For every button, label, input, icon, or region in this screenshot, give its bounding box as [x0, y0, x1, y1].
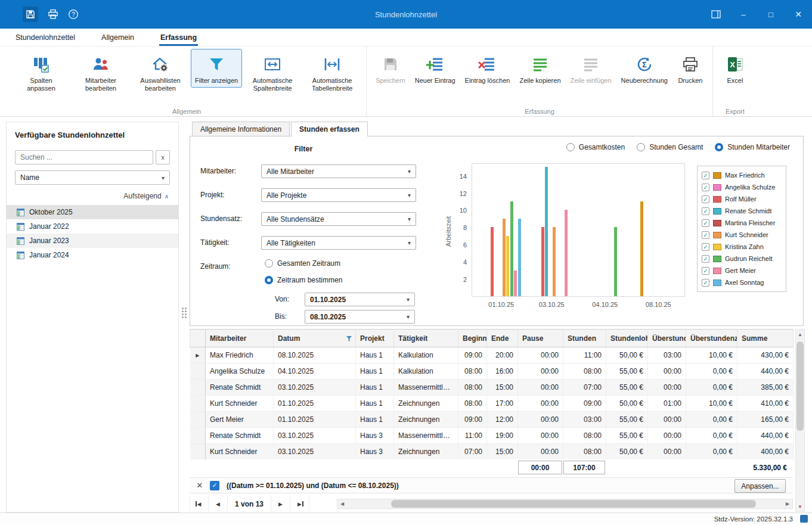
layout-panel-button[interactable] — [702, 0, 730, 29]
cell-überstundenzuschlag[interactable]: 10,00 € — [686, 396, 737, 412]
cell-überstundenzuschlag[interactable]: 10,00 € — [686, 347, 737, 364]
previous-page-button[interactable]: ◀ — [209, 496, 228, 512]
cell-stundenlohn[interactable]: 55,00 € — [606, 412, 648, 428]
cell-überstundenzuschlag[interactable]: 0,00 € — [686, 364, 737, 380]
column-header-ende[interactable]: Ende — [487, 330, 518, 347]
cell-stundenlohn[interactable]: 50,00 € — [606, 444, 648, 460]
vertical-scrollbar[interactable]: ▲ ▼ — [795, 329, 805, 512]
bis-date-select[interactable]: 08.10.2025▾ — [305, 310, 415, 324]
cell-mitarbeiter[interactable]: Gert Meier — [206, 412, 274, 428]
column-header-überstundenzuschlag[interactable]: Überstundenzuschlag — [686, 330, 737, 347]
cell-summe[interactable]: 410,00 € — [737, 396, 794, 412]
cell-tätigkeit[interactable]: Zeichnungen — [394, 412, 458, 428]
legend-item-axel-sonntag[interactable]: ✓Axel Sonntag — [702, 277, 782, 288]
radio-stunden-gesamt[interactable]: Stunden Gesamt — [637, 143, 703, 151]
zeile-kopieren-button[interactable]: Zeile kopieren — [515, 49, 565, 88]
cell-mitarbeiter[interactable]: Angelika Schulze — [206, 364, 274, 380]
table-row[interactable]: Gert Meier01.10.2025Haus 1Zeichnungen09:… — [190, 412, 794, 428]
cell-projekt[interactable]: Haus 1 — [356, 396, 394, 412]
cell-projekt[interactable]: Haus 3 — [356, 444, 394, 460]
cell-tätigkeit[interactable]: Zeichnungen — [394, 444, 458, 460]
table-row[interactable]: Renate Schmidt03.10.2025Haus 1Massenermi… — [190, 380, 794, 396]
cell-beginn[interactable]: 09:00 — [458, 347, 487, 364]
cell-überstunden[interactable]: 00:00 — [648, 444, 686, 460]
neuberechnung-button[interactable]: Σ Neuberechnung — [617, 49, 672, 88]
radio-gesamten-zeitraum[interactable]: Gesamten Zeitraum — [265, 259, 340, 268]
cell-projekt[interactable]: Haus 1 — [356, 347, 394, 364]
cell-stunden[interactable]: 08:00 — [563, 364, 606, 380]
cell-ende[interactable]: 17:00 — [487, 396, 518, 412]
table-row[interactable]: Renate Schmidt03.10.2025Haus 3Massenermi… — [190, 428, 794, 444]
sidebar-item-januar-2024[interactable]: Januar 2024 — [7, 248, 178, 262]
auswahllisten-bearbeiten-button[interactable]: Auswahllisten bearbeiten — [131, 49, 190, 95]
cell-überstunden[interactable]: 00:00 — [648, 412, 686, 428]
cell-datum[interactable]: 01.10.2025 — [274, 396, 356, 412]
print-quick-button[interactable] — [48, 9, 58, 20]
legend-item-gudrun-reichelt[interactable]: ✓Gudrun Reichelt — [702, 253, 782, 265]
column-header-stundenlohn[interactable]: Stundenlohn — [606, 330, 648, 347]
cell-summe[interactable]: 430,00 € — [737, 347, 794, 364]
cell-pause[interactable]: 00:00 — [518, 444, 563, 460]
cell-tätigkeit[interactable]: Kalkulation — [394, 347, 458, 364]
cell-ende[interactable]: 12:00 — [487, 412, 518, 428]
cell-projekt[interactable]: Haus 3 — [356, 428, 394, 444]
column-header-summe[interactable]: Summe — [737, 330, 794, 347]
cell-überstundenzuschlag[interactable]: 0,00 € — [686, 380, 737, 396]
tab-stundenlohnzettel[interactable]: Stundenlohnzettel — [14, 29, 76, 46]
horizontal-scrollbar-thumb[interactable] — [391, 500, 756, 508]
cell-überstunden[interactable]: 00:00 — [648, 380, 686, 396]
legend-item-renate-schmidt[interactable]: ✓Renate Schmidt — [702, 205, 782, 217]
cell-mitarbeiter[interactable]: Kurt Schneider — [206, 444, 274, 460]
cell-mitarbeiter[interactable]: Renate Schmidt — [206, 380, 274, 396]
scroll-down-icon[interactable]: ▼ — [796, 502, 804, 511]
vertical-scrollbar-thumb[interactable] — [796, 341, 804, 431]
minimize-button[interactable]: – — [730, 0, 757, 29]
excel-export-button[interactable]: X Excel — [718, 49, 752, 88]
tab-allgemein[interactable]: Allgemein — [100, 29, 135, 46]
save-quick-button[interactable] — [23, 7, 38, 22]
cell-beginn[interactable]: 11:00 — [458, 428, 487, 444]
cell-überstundenzuschlag[interactable]: 0,00 € — [686, 444, 737, 460]
von-date-select[interactable]: 01.10.2025▾ — [305, 293, 415, 306]
cell-ende[interactable]: 15:00 — [487, 380, 518, 396]
sort-field-select[interactable]: Name ▾ — [15, 170, 170, 185]
spalten-anpassen-button[interactable]: Spalten anpassen — [12, 49, 70, 95]
cell-pause[interactable]: 00:00 — [518, 396, 563, 412]
cell-beginn[interactable]: 08:00 — [458, 364, 487, 380]
cell-datum[interactable]: 01.10.2025 — [274, 412, 356, 428]
automatische-tabellenbreite-button[interactable]: Automatische Tabellenbreite — [303, 49, 361, 95]
cell-stundenlohn[interactable]: 55,00 € — [606, 380, 648, 396]
cell-projekt[interactable]: Haus 1 — [356, 364, 394, 380]
remove-filter-icon[interactable]: ✕ — [190, 481, 210, 490]
sidebar-item-januar-2023[interactable]: Januar 2023 — [7, 234, 178, 248]
cell-tätigkeit[interactable]: Massenermittlung — [394, 380, 458, 396]
cell-datum[interactable]: 04.10.2025 — [274, 364, 356, 380]
cell-ende[interactable]: 20:00 — [487, 347, 518, 364]
cell-stunden[interactable]: 08:00 — [563, 444, 606, 460]
cell-stunden[interactable]: 03:00 — [563, 412, 606, 428]
sort-direction-toggle[interactable]: Aufsteigend ∧ — [15, 192, 170, 200]
cell-mitarbeiter[interactable]: Max Friedrich — [206, 347, 274, 364]
mitarbeiter-bearbeiten-button[interactable]: Mitarbeiter bearbeiten — [72, 49, 130, 95]
mitarbeiter-select[interactable]: Alle Mitarbeiter▾ — [261, 164, 416, 178]
cell-summe[interactable]: 400,00 € — [737, 444, 794, 460]
cell-überstunden[interactable]: 00:00 — [648, 428, 686, 444]
cell-stundenlohn[interactable]: 50,00 € — [606, 396, 648, 412]
cell-stundenlohn[interactable]: 50,00 € — [606, 347, 648, 364]
cell-überstundenzuschlag[interactable]: 0,00 € — [686, 412, 737, 428]
cell-pause[interactable]: 00:00 — [518, 380, 563, 396]
legend-item-martina-fleischer[interactable]: ✓Martina Fleischer — [702, 217, 782, 229]
search-input[interactable] — [15, 150, 153, 164]
eintrag-loeschen-button[interactable]: Eintrag löschen — [461, 49, 515, 88]
legend-item-kristina-zahn[interactable]: ✓Kristina Zahn — [702, 241, 782, 253]
column-header-pause[interactable]: Pause — [518, 330, 563, 347]
cell-beginn[interactable]: 07:00 — [458, 444, 487, 460]
sidebar-item-januar-2022[interactable]: Januar 2022 — [7, 219, 178, 234]
column-header-überstunden[interactable]: Überstunden — [648, 330, 686, 347]
cell-stundenlohn[interactable]: 55,00 € — [606, 364, 648, 380]
cell-überstunden[interactable]: 01:00 — [648, 396, 686, 412]
cell-beginn[interactable]: 08:00 — [458, 380, 487, 396]
scroll-left-icon[interactable]: ◀ — [337, 501, 347, 507]
help-button[interactable]: ? — [68, 9, 79, 20]
clear-search-button[interactable]: x — [156, 150, 170, 164]
